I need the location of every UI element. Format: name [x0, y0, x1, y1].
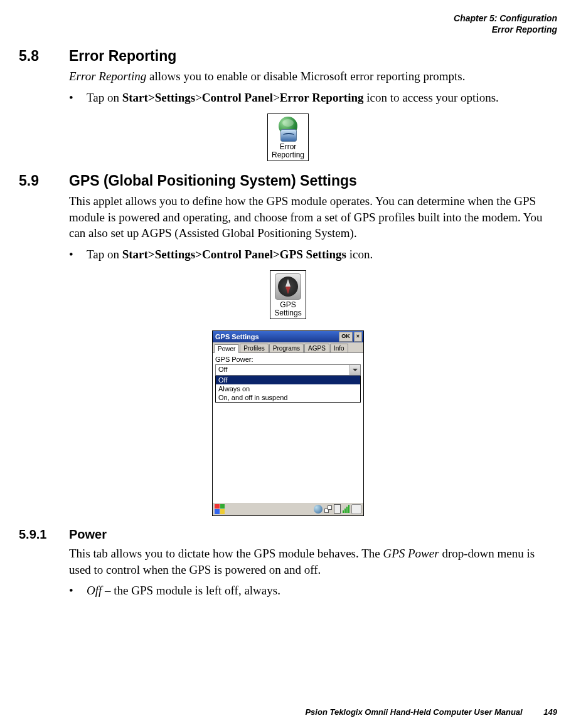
start-button-icon[interactable] — [215, 504, 225, 514]
gps-power-label: GPS Power: — [215, 356, 361, 363]
close-button[interactable]: × — [354, 332, 362, 342]
subsection-title: Power — [69, 527, 107, 542]
tab-profiles[interactable]: Profiles — [240, 344, 268, 352]
section-number: 5.9 — [19, 172, 69, 189]
bullet-text: Tap on Start>Settings>Control Panel>Erro… — [87, 90, 499, 106]
signal-icon[interactable] — [343, 505, 349, 513]
bullet-marker: • — [69, 90, 87, 106]
network-globe-icon[interactable] — [314, 505, 323, 514]
dropdown-option-always-on[interactable]: Always on — [216, 384, 360, 393]
page-footer: Psion Teklogix Omnii Hand-Held Computer … — [305, 707, 557, 717]
icon-label: GPS Settings — [274, 301, 301, 317]
tab-info[interactable]: Info — [330, 344, 348, 352]
icon-label: Error Reporting — [272, 143, 304, 159]
error-reporting-icon-frame: Error Reporting — [267, 113, 309, 161]
section-number: 5.8 — [19, 48, 69, 65]
ok-button[interactable]: OK — [339, 332, 353, 342]
section-5-8-heading: 5.8 Error Reporting — [19, 48, 557, 65]
bullet-marker: • — [69, 583, 87, 599]
bullet-text: Off – the GPS module is left off, always… — [87, 583, 280, 599]
gps-settings-icon-frame: GPS Settings — [270, 270, 306, 319]
bullet-item: • Tap on Start>Settings>Control Panel>Er… — [69, 90, 557, 106]
combobox-value: Off — [216, 365, 349, 375]
tab-agps[interactable]: AGPS — [304, 344, 329, 352]
bullet-text: Tap on Start>Settings>Control Panel>GPS … — [87, 246, 373, 263]
header-section: Error Reporting — [19, 24, 557, 35]
footer-text: Psion Teklogix Omnii Hand-Held Computer … — [305, 707, 522, 717]
misc-tray-icon[interactable] — [351, 504, 361, 514]
page-number: 149 — [543, 707, 557, 717]
section-title: Error Reporting — [69, 48, 176, 65]
page-header: Chapter 5: Configuration Error Reporting — [19, 13, 557, 35]
window-body: GPS Power: Off Off Always on On, and off… — [213, 353, 363, 502]
term-gps-power: GPS Power — [383, 547, 439, 560]
term-error-reporting: Error Reporting — [69, 70, 146, 83]
connection-icon[interactable] — [324, 505, 332, 513]
tab-bar: Power Profiles Programs AGPS Info — [213, 342, 363, 353]
window-titlebar: GPS Settings OK × — [213, 331, 363, 342]
dropdown-option-on-off-suspend[interactable]: On, and off in suspend — [216, 393, 360, 402]
subsection-number: 5.9.1 — [19, 527, 69, 542]
system-tray — [314, 504, 361, 514]
device-icon[interactable] — [334, 504, 341, 514]
gps-settings-window: GPS Settings OK × Power Profiles Program… — [212, 330, 364, 516]
bullet-marker: • — [69, 246, 87, 263]
bullet-item: • Off – the GPS module is left off, alwa… — [69, 583, 557, 599]
tab-power[interactable]: Power — [214, 344, 239, 353]
paragraph: This applet allows you to define how the… — [69, 193, 557, 241]
taskbar — [213, 502, 363, 515]
paragraph: Error Reporting allows you to enable or … — [69, 68, 557, 85]
error-reporting-icon — [275, 117, 301, 142]
header-chapter: Chapter 5: Configuration — [19, 13, 557, 24]
tab-programs[interactable]: Programs — [269, 344, 304, 352]
chevron-down-icon[interactable] — [349, 365, 360, 375]
section-5-9-1-heading: 5.9.1 Power — [19, 527, 557, 542]
paragraph: This tab allows you to dictate how the G… — [69, 546, 557, 578]
gps-settings-icon — [275, 273, 301, 300]
dropdown-option-off[interactable]: Off — [216, 376, 360, 384]
gps-power-dropdown: Off Always on On, and off in suspend — [215, 376, 361, 403]
section-5-9-heading: 5.9 GPS (Global Positioning System) Sett… — [19, 172, 557, 189]
bullet-item: • Tap on Start>Settings>Control Panel>GP… — [69, 246, 557, 263]
section-title: GPS (Global Positioning System) Settings — [69, 172, 357, 189]
window-title: GPS Settings — [214, 333, 338, 340]
gps-power-combobox[interactable]: Off — [215, 364, 361, 376]
